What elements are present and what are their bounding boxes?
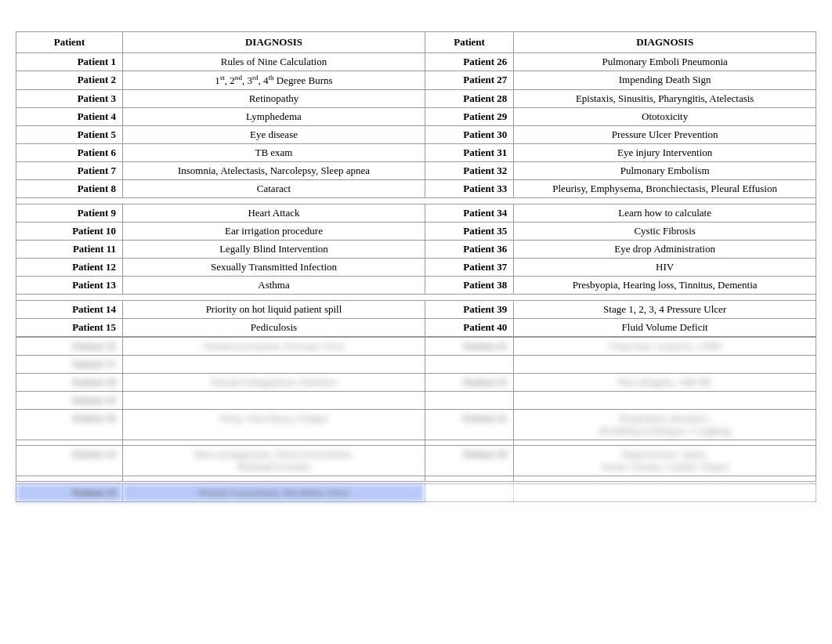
patient-id-right: Patient 39 [425, 301, 513, 319]
patient-label-right: Patient 36 [463, 243, 507, 255]
patient-id-right: Patient 26 [425, 53, 513, 71]
patient-id-left: Patient 9 [16, 204, 123, 223]
diagnosis-right: Fluid Volume Deficit [514, 319, 816, 337]
table-row: Patient 14Priority on hot liquid patient… [16, 301, 816, 319]
diagnosis-right: Pressure Ulcer Prevention [514, 126, 816, 144]
table-row: Patient 5Eye diseasePatient 30Pressure U… [16, 126, 816, 144]
diagnosis-right: Eye drop Administration [514, 241, 816, 259]
patient-label-right: Patient 34 [463, 207, 507, 219]
patient-label-left: Patient 2 [78, 74, 116, 85]
patient-id-left: Patient 12 [16, 259, 123, 277]
patient-id-left: Patient 4 [16, 108, 123, 126]
table-row: Patient 13AsthmaPatient 38Presbyopia, He… [16, 277, 816, 295]
patient-label-right: Patient 38 [463, 279, 507, 291]
patient-id-right: Patient 34 [425, 204, 513, 223]
patient-id-left: Patient 7 [16, 162, 123, 180]
diagnosis-right: Impending Death Sign [514, 71, 816, 90]
table-row: Patient 12Sexually Transmitted Infection… [16, 259, 816, 277]
table-row: Patient 15PediculosisPatient 40Fluid Vol… [16, 319, 816, 337]
patient-id-right: Patient 40 [425, 319, 513, 337]
highlighted-section: Patient 25 Wound Assessment, Decubitus U… [16, 483, 816, 502]
table-row: Patient 3RetinopathyPatient 28Epistaxis,… [16, 90, 816, 108]
header-diagnosis-left: DIAGNOSIS [123, 32, 425, 53]
patient-id-left: Patient 1 [16, 53, 123, 71]
patient-label-left: Patient 9 [78, 207, 116, 219]
diagnosis-right: Pleurisy, Emphysema, Bronchiectasis, Ple… [514, 180, 816, 198]
patient-id-right: Patient 37 [425, 259, 513, 277]
blurred-row-7: Patient 24 Burn management, Fluid resusc… [16, 446, 816, 476]
patient-label-left: Patient 15 [72, 321, 116, 333]
diagnosis-right: Ototoxicity [514, 108, 816, 126]
blurred-row-1: Patient 16 Wound assessment, Pressure Ul… [16, 338, 816, 356]
diagnosis-right: Epistaxis, Sinusitis, Pharyngitis, Atele… [514, 90, 816, 108]
patient-label-left: Patient 1 [78, 56, 116, 67]
patient-label-left: Patient 4 [78, 110, 116, 122]
diagnosis-left: Priority on hot liquid patient spill [123, 301, 425, 319]
diagnosis-left: Lymphedema [123, 108, 425, 126]
patient-id-right: Patient 35 [425, 223, 513, 241]
diagnosis-right: Eye injury Intervention [514, 144, 816, 162]
table-row: Patient 21st, 2nd, 3rd, 4th Degree Burns… [16, 71, 816, 90]
diagnosis-right: Stage 1, 2, 3, 4 Pressure Ulcer [514, 301, 816, 319]
patient-label-left: Patient 6 [78, 147, 116, 158]
patient-label-left: Patient 8 [78, 183, 116, 194]
table-row: Patient 10Ear irrigation procedurePatien… [16, 223, 816, 241]
patient-label-right: Patient 37 [463, 261, 507, 273]
diagnosis-left: 1st, 2nd, 3rd, 4th Degree Burns [123, 71, 425, 90]
patient-id-right: Patient 32 [425, 162, 513, 180]
patient-id-left: Patient 10 [16, 223, 123, 241]
patient-label-left: Patient 5 [78, 128, 116, 140]
patient-label-right: Patient 28 [463, 92, 507, 104]
patient-label-right: Patient 35 [463, 225, 507, 237]
header-patient-left: Patient [16, 32, 123, 53]
diagnosis-left: Ear irrigation procedure [123, 223, 425, 241]
diagnosis-right: Pulmonary Emboli Pneumonia [514, 53, 816, 71]
header-patient-right: Patient [425, 32, 513, 53]
diagnosis-left: TB exam [123, 144, 425, 162]
diagnosis-left: Insomnia, Atelectasis, Narcolepsy, Sleep… [123, 162, 425, 180]
patient-label-right: Patient 27 [463, 74, 507, 85]
blurred-row-6 [16, 440, 816, 446]
table-row: Patient 11Legally Blind InterventionPati… [16, 241, 816, 259]
diagnosis-left: Rules of Nine Calculation [123, 53, 425, 71]
highlighted-row: Patient 25 Wound Assessment, Decubitus U… [16, 484, 816, 502]
table-row: Patient 9Heart AttackPatient 34Learn how… [16, 204, 816, 223]
patient-id-left: Patient 13 [16, 277, 123, 295]
table-row: Patient 6TB examPatient 31Eye injury Int… [16, 144, 816, 162]
patient-label-right: Patient 26 [463, 56, 507, 67]
table-row: Patient 7Insomnia, Atelectasis, Narcolep… [16, 162, 816, 180]
patient-label-right: Patient 31 [463, 147, 507, 158]
patient-label-left: Patient 14 [72, 303, 116, 315]
patient-id-left: Patient 6 [16, 144, 123, 162]
patient-id-left: Patient 11 [16, 241, 123, 259]
blurred-row-5: Patient 20 Sleep, Narcolepsy, Fatigue Pa… [16, 410, 816, 440]
patient-id-left: Patient 14 [16, 301, 123, 319]
diagnosis-right: Learn how to calculate [514, 204, 816, 223]
patient-id-right: Patient 28 [425, 90, 513, 108]
patient-label-left: Patient 7 [78, 165, 116, 176]
patient-id-right: Patient 38 [425, 277, 513, 295]
patient-id-left: Patient 15 [16, 319, 123, 337]
diagnosis-left: Eye disease [123, 126, 425, 144]
patient-label-left: Patient 13 [72, 279, 116, 291]
header-diagnosis-right: DIAGNOSIS [514, 32, 816, 53]
diagnosis-left: Asthma [123, 277, 425, 295]
table-row: Patient 8CataractPatient 33Pleurisy, Emp… [16, 180, 816, 198]
blurred-row-2: Patient 17 [16, 356, 816, 374]
patient-label-right: Patient 40 [463, 321, 507, 333]
patient-label-left: Patient 12 [72, 261, 116, 273]
patient-label-right: Patient 30 [463, 128, 507, 140]
patient-label-right: Patient 33 [463, 183, 507, 194]
patient-id-left: Patient 2 [16, 71, 123, 90]
patient-id-right: Patient 29 [425, 108, 513, 126]
table-row: Patient 4LymphedemaPatient 29Ototoxicity [16, 108, 816, 126]
diagnosis-left: Heart Attack [123, 204, 425, 223]
diagnosis-right: HIV [514, 259, 816, 277]
spacer-row [16, 198, 816, 204]
diagnosis-left: Legally Blind Intervention [123, 241, 425, 259]
spacer-row [16, 295, 816, 301]
patient-id-right: Patient 33 [425, 180, 513, 198]
patient-id-left: Patient 5 [16, 126, 123, 144]
table-header-row: Patient DIAGNOSIS Patient DIAGNOSIS [16, 32, 816, 53]
patient-label-left: Patient 10 [72, 225, 116, 237]
